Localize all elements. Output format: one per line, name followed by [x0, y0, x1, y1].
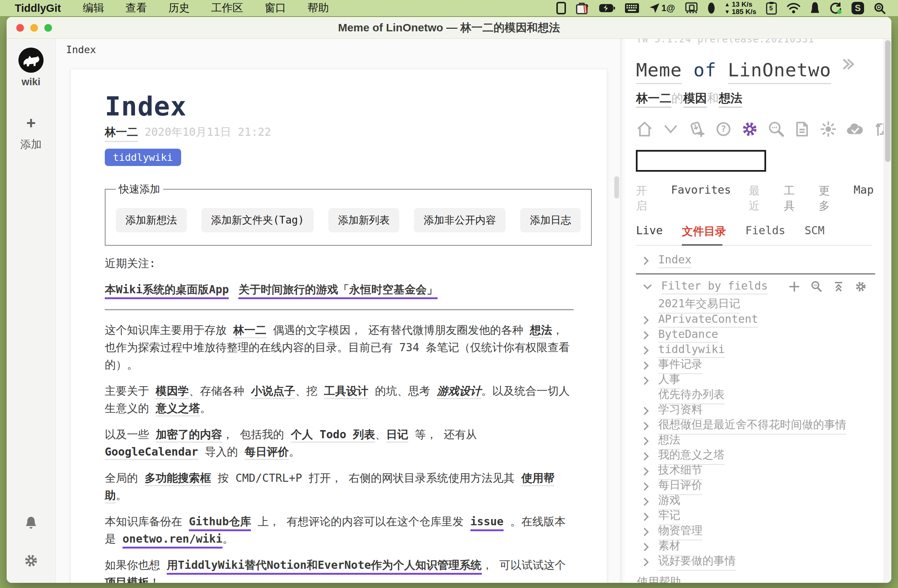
tree-row[interactable]: 技术细节 — [636, 464, 891, 479]
tree-row[interactable]: 想法 — [636, 433, 891, 448]
zoom-icon[interactable] — [810, 280, 823, 293]
sync-status-icon[interactable] — [829, 2, 842, 15]
tree-item-label[interactable]: tiddlywiki — [658, 343, 725, 358]
location-send-icon[interactable]: 1@ — [649, 2, 675, 15]
chevron-right-icon[interactable] — [643, 557, 649, 567]
internal-link[interactable]: 模因学 — [156, 384, 189, 399]
main-scrollbar[interactable] — [614, 39, 620, 583]
internal-link[interactable]: 意义之塔 — [156, 402, 200, 416]
tree-item-label[interactable]: 学习资料 — [658, 402, 703, 419]
collapse-sidebar-icon[interactable] — [840, 57, 856, 74]
chevron-right-icon[interactable] — [643, 361, 649, 370]
external-link[interactable]: Github仓库 — [189, 515, 251, 531]
tree-row[interactable]: 优先待办列表 — [636, 388, 891, 403]
external-link[interactable]: onetwo.ren/wiki — [123, 532, 223, 548]
internal-link[interactable]: 游戏设计 — [437, 384, 481, 399]
internal-link[interactable]: 多功能搜索框 — [145, 471, 211, 486]
open-tiddler-tab[interactable]: Index — [66, 44, 96, 55]
internal-link[interactable]: 项目模板 — [105, 576, 149, 583]
tree-item-label[interactable]: Index — [658, 253, 691, 268]
quick-add-button[interactable]: 添加新列表 — [328, 208, 399, 232]
workspace-avatar[interactable] — [18, 48, 43, 73]
chevron-right-icon[interactable] — [643, 330, 649, 340]
sidebar-scrollbar-thumb[interactable] — [885, 40, 890, 162]
chevron-right-icon[interactable] — [643, 467, 649, 476]
menu-item[interactable]: 编辑 — [72, 1, 115, 15]
new-tiddler-icon[interactable] — [689, 121, 707, 138]
menu-item[interactable]: 窗口 — [254, 1, 297, 15]
quick-add-button[interactable]: 添加日志 — [520, 208, 581, 232]
collapse-all-icon[interactable] — [832, 280, 845, 293]
sidebar-tab[interactable]: Map — [854, 181, 883, 216]
display-icon[interactable] — [556, 2, 566, 15]
chevron-right-icon[interactable] — [643, 406, 649, 416]
chevron-right-icon[interactable] — [643, 482, 649, 491]
sidebar-tab[interactable]: Live — [636, 221, 663, 245]
chevron-down-icon[interactable] — [662, 121, 681, 138]
menu-item[interactable]: 历史 — [158, 1, 200, 15]
filter-by-fields-label[interactable]: Filter by fields — [661, 279, 768, 294]
notifications-bell-icon[interactable] — [25, 516, 38, 531]
tree-item-label[interactable]: 游戏 — [658, 493, 680, 510]
battery-charging-icon[interactable] — [599, 2, 615, 15]
tree-row[interactable]: 游戏 — [636, 494, 891, 509]
tree-row[interactable]: 很想做但是最近舍不得花时间做的事情 — [636, 418, 891, 433]
sidebar-tab[interactable]: 开启 — [636, 181, 662, 216]
menu-item[interactable]: 工作区 — [200, 1, 254, 15]
network-speed-indicator[interactable]: ▲13 K/s ▼185 K/s — [724, 2, 757, 15]
chevron-right-icon[interactable] — [643, 436, 649, 446]
internal-link[interactable]: 小说点子 — [251, 384, 295, 399]
cloud-save-icon[interactable] — [846, 121, 865, 138]
internal-link[interactable]: 日记 — [386, 428, 408, 443]
search-at-icon[interactable] — [873, 2, 886, 15]
advanced-search-icon[interactable] — [767, 121, 786, 138]
sidebar-tab[interactable]: SCM — [805, 221, 824, 245]
clipboard-history-icon[interactable]: 5 — [766, 2, 777, 15]
plus-icon[interactable] — [788, 280, 801, 293]
toolbox-icon[interactable] — [576, 2, 589, 15]
internal-link[interactable]: 模因 — [683, 91, 707, 108]
chevron-right-icon[interactable] — [643, 315, 649, 325]
quick-add-button[interactable]: 添加非公开内容 — [414, 208, 506, 232]
tree-row[interactable]: 素材 — [636, 539, 891, 554]
sidebar-tab[interactable]: Favorites — [671, 181, 740, 216]
chevron-right-icon[interactable] — [643, 527, 649, 537]
open-tiddlers-icon[interactable] — [793, 121, 812, 138]
external-link[interactable]: 用TiddlyWiki替代Notion和EverNote作为个人知识管理系统 — [167, 559, 481, 575]
tree-row[interactable]: 事件记录 — [636, 358, 891, 373]
screen-capture-icon[interactable] — [685, 2, 698, 15]
sidebar-tab[interactable]: 工具 — [784, 181, 810, 216]
preferences-gear-icon[interactable] — [24, 553, 38, 570]
tree-item-label[interactable]: 技术细节 — [658, 462, 703, 480]
add-workspace-button[interactable]: + 添加 — [20, 116, 42, 152]
penguin-icon[interactable] — [810, 2, 820, 15]
quick-add-button[interactable]: 添加新想法 — [116, 208, 187, 232]
filter-by-fields-row[interactable]: Filter by fields — [636, 278, 891, 295]
tree-item-label[interactable]: 每日评价 — [658, 478, 703, 495]
sidebar-scrollbar[interactable] — [884, 39, 891, 583]
tree-item-label[interactable]: 想法 — [658, 432, 680, 450]
s-app-icon[interactable]: S — [852, 2, 864, 14]
tree-row-index[interactable]: Index — [636, 253, 891, 268]
tag-pill[interactable]: tiddlywiki — [105, 149, 181, 166]
chevron-right-icon[interactable] — [643, 421, 649, 431]
help-icon[interactable]: ? — [715, 121, 734, 138]
tree-row[interactable]: 物资管理 — [636, 524, 891, 539]
tree-item-label[interactable]: APrivateContent — [658, 312, 758, 328]
chevron-right-icon[interactable] — [643, 376, 649, 385]
tree-row[interactable]: 2021年交易日记 — [636, 297, 891, 312]
chevron-right-icon[interactable] — [643, 345, 649, 355]
internal-link[interactable]: 每日评价 — [244, 445, 289, 460]
tree-item-label[interactable]: 素材 — [658, 538, 680, 556]
tree-item-label[interactable]: 很想做但是最近舍不得花时间做的事情 — [658, 417, 846, 434]
tree-row[interactable]: tiddlywiki — [636, 343, 891, 358]
menu-item[interactable]: 帮助 — [297, 1, 340, 15]
internal-link[interactable]: 想法 — [530, 324, 552, 338]
tree-row[interactable]: 人事 — [636, 373, 891, 388]
chevron-right-icon[interactable] — [643, 542, 649, 552]
keyboard-icon[interactable] — [624, 2, 640, 15]
internal-link[interactable]: 个人 Todo 列表 — [291, 428, 375, 443]
menu-item[interactable]: 查看 — [115, 1, 158, 15]
tree-item-label[interactable]: 物资管理 — [658, 523, 703, 540]
tree-item-label[interactable]: 人事 — [658, 372, 680, 389]
